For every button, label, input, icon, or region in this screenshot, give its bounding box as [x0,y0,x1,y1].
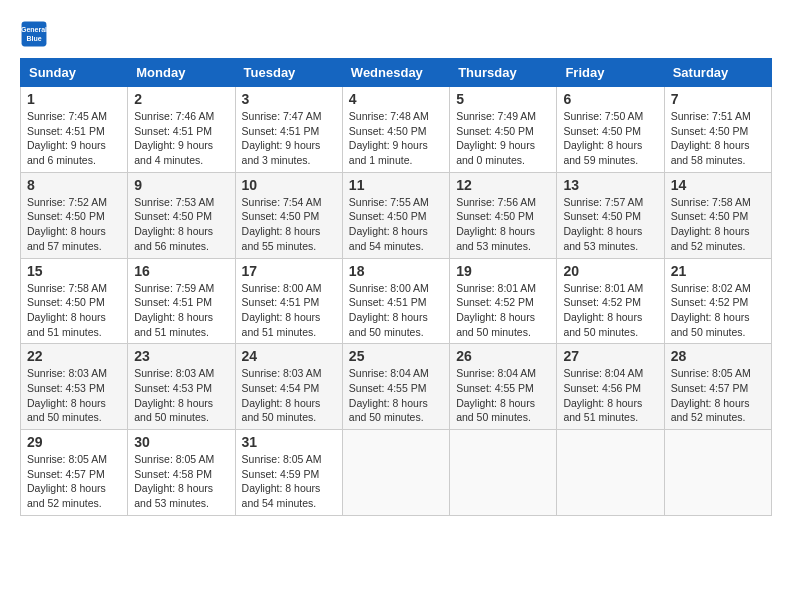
day-detail: Sunrise: 7:45 AM Sunset: 4:51 PM Dayligh… [27,109,121,168]
calendar-cell: 8Sunrise: 7:52 AM Sunset: 4:50 PM Daylig… [21,172,128,258]
day-detail: Sunrise: 7:58 AM Sunset: 4:50 PM Dayligh… [671,195,765,254]
calendar-cell: 18Sunrise: 8:00 AM Sunset: 4:51 PM Dayli… [342,258,449,344]
day-number: 18 [349,263,443,279]
day-number: 4 [349,91,443,107]
col-header-saturday: Saturday [664,59,771,87]
day-number: 13 [563,177,657,193]
day-number: 7 [671,91,765,107]
calendar-cell: 23Sunrise: 8:03 AM Sunset: 4:53 PM Dayli… [128,344,235,430]
calendar-cell: 19Sunrise: 8:01 AM Sunset: 4:52 PM Dayli… [450,258,557,344]
calendar-cell: 30Sunrise: 8:05 AM Sunset: 4:58 PM Dayli… [128,430,235,516]
calendar-week-4: 22Sunrise: 8:03 AM Sunset: 4:53 PM Dayli… [21,344,772,430]
calendar-cell: 22Sunrise: 8:03 AM Sunset: 4:53 PM Dayli… [21,344,128,430]
calendar-cell [450,430,557,516]
day-number: 22 [27,348,121,364]
logo-icon: General Blue [20,20,48,48]
calendar-cell: 16Sunrise: 7:59 AM Sunset: 4:51 PM Dayli… [128,258,235,344]
day-number: 8 [27,177,121,193]
day-number: 27 [563,348,657,364]
calendar-cell: 4Sunrise: 7:48 AM Sunset: 4:50 PM Daylig… [342,87,449,173]
day-detail: Sunrise: 7:47 AM Sunset: 4:51 PM Dayligh… [242,109,336,168]
calendar-cell: 13Sunrise: 7:57 AM Sunset: 4:50 PM Dayli… [557,172,664,258]
day-detail: Sunrise: 8:05 AM Sunset: 4:59 PM Dayligh… [242,452,336,511]
day-detail: Sunrise: 7:52 AM Sunset: 4:50 PM Dayligh… [27,195,121,254]
day-detail: Sunrise: 8:01 AM Sunset: 4:52 PM Dayligh… [563,281,657,340]
day-number: 14 [671,177,765,193]
day-detail: Sunrise: 7:50 AM Sunset: 4:50 PM Dayligh… [563,109,657,168]
calendar-cell: 5Sunrise: 7:49 AM Sunset: 4:50 PM Daylig… [450,87,557,173]
day-detail: Sunrise: 8:03 AM Sunset: 4:53 PM Dayligh… [134,366,228,425]
day-detail: Sunrise: 8:01 AM Sunset: 4:52 PM Dayligh… [456,281,550,340]
day-number: 10 [242,177,336,193]
day-number: 21 [671,263,765,279]
day-detail: Sunrise: 7:56 AM Sunset: 4:50 PM Dayligh… [456,195,550,254]
day-detail: Sunrise: 7:48 AM Sunset: 4:50 PM Dayligh… [349,109,443,168]
calendar-cell [557,430,664,516]
svg-text:Blue: Blue [26,35,41,42]
day-detail: Sunrise: 7:51 AM Sunset: 4:50 PM Dayligh… [671,109,765,168]
calendar-cell: 20Sunrise: 8:01 AM Sunset: 4:52 PM Dayli… [557,258,664,344]
calendar-cell: 17Sunrise: 8:00 AM Sunset: 4:51 PM Dayli… [235,258,342,344]
day-detail: Sunrise: 7:55 AM Sunset: 4:50 PM Dayligh… [349,195,443,254]
day-number: 3 [242,91,336,107]
day-detail: Sunrise: 7:46 AM Sunset: 4:51 PM Dayligh… [134,109,228,168]
day-number: 16 [134,263,228,279]
day-detail: Sunrise: 7:49 AM Sunset: 4:50 PM Dayligh… [456,109,550,168]
calendar-cell: 9Sunrise: 7:53 AM Sunset: 4:50 PM Daylig… [128,172,235,258]
day-number: 24 [242,348,336,364]
day-detail: Sunrise: 8:05 AM Sunset: 4:57 PM Dayligh… [27,452,121,511]
page-header: General Blue [20,20,772,48]
calendar-cell: 31Sunrise: 8:05 AM Sunset: 4:59 PM Dayli… [235,430,342,516]
day-number: 1 [27,91,121,107]
calendar-cell [664,430,771,516]
day-detail: Sunrise: 7:54 AM Sunset: 4:50 PM Dayligh… [242,195,336,254]
calendar-cell: 3Sunrise: 7:47 AM Sunset: 4:51 PM Daylig… [235,87,342,173]
day-number: 2 [134,91,228,107]
col-header-sunday: Sunday [21,59,128,87]
svg-text:General: General [21,26,47,33]
day-number: 23 [134,348,228,364]
logo: General Blue [20,20,52,48]
calendar-cell: 14Sunrise: 7:58 AM Sunset: 4:50 PM Dayli… [664,172,771,258]
day-detail: Sunrise: 7:53 AM Sunset: 4:50 PM Dayligh… [134,195,228,254]
calendar-cell: 26Sunrise: 8:04 AM Sunset: 4:55 PM Dayli… [450,344,557,430]
calendar-cell: 10Sunrise: 7:54 AM Sunset: 4:50 PM Dayli… [235,172,342,258]
day-number: 17 [242,263,336,279]
calendar-cell: 1Sunrise: 7:45 AM Sunset: 4:51 PM Daylig… [21,87,128,173]
day-number: 12 [456,177,550,193]
col-header-monday: Monday [128,59,235,87]
day-detail: Sunrise: 8:04 AM Sunset: 4:55 PM Dayligh… [456,366,550,425]
calendar-cell: 29Sunrise: 8:05 AM Sunset: 4:57 PM Dayli… [21,430,128,516]
day-number: 31 [242,434,336,450]
day-detail: Sunrise: 8:05 AM Sunset: 4:58 PM Dayligh… [134,452,228,511]
day-number: 5 [456,91,550,107]
day-number: 19 [456,263,550,279]
day-detail: Sunrise: 7:59 AM Sunset: 4:51 PM Dayligh… [134,281,228,340]
day-number: 11 [349,177,443,193]
calendar-cell: 7Sunrise: 7:51 AM Sunset: 4:50 PM Daylig… [664,87,771,173]
col-header-thursday: Thursday [450,59,557,87]
svg-rect-0 [22,22,47,47]
day-number: 26 [456,348,550,364]
calendar-cell [342,430,449,516]
day-detail: Sunrise: 8:05 AM Sunset: 4:57 PM Dayligh… [671,366,765,425]
day-detail: Sunrise: 8:00 AM Sunset: 4:51 PM Dayligh… [349,281,443,340]
day-detail: Sunrise: 8:03 AM Sunset: 4:53 PM Dayligh… [27,366,121,425]
calendar-cell: 12Sunrise: 7:56 AM Sunset: 4:50 PM Dayli… [450,172,557,258]
day-detail: Sunrise: 7:58 AM Sunset: 4:50 PM Dayligh… [27,281,121,340]
day-detail: Sunrise: 8:00 AM Sunset: 4:51 PM Dayligh… [242,281,336,340]
day-number: 29 [27,434,121,450]
day-number: 6 [563,91,657,107]
calendar-cell: 2Sunrise: 7:46 AM Sunset: 4:51 PM Daylig… [128,87,235,173]
calendar-cell: 15Sunrise: 7:58 AM Sunset: 4:50 PM Dayli… [21,258,128,344]
calendar-cell: 6Sunrise: 7:50 AM Sunset: 4:50 PM Daylig… [557,87,664,173]
calendar-cell: 28Sunrise: 8:05 AM Sunset: 4:57 PM Dayli… [664,344,771,430]
day-detail: Sunrise: 8:04 AM Sunset: 4:56 PM Dayligh… [563,366,657,425]
calendar-week-2: 8Sunrise: 7:52 AM Sunset: 4:50 PM Daylig… [21,172,772,258]
day-number: 15 [27,263,121,279]
day-number: 20 [563,263,657,279]
day-detail: Sunrise: 8:04 AM Sunset: 4:55 PM Dayligh… [349,366,443,425]
col-header-friday: Friday [557,59,664,87]
calendar-cell: 25Sunrise: 8:04 AM Sunset: 4:55 PM Dayli… [342,344,449,430]
day-detail: Sunrise: 7:57 AM Sunset: 4:50 PM Dayligh… [563,195,657,254]
